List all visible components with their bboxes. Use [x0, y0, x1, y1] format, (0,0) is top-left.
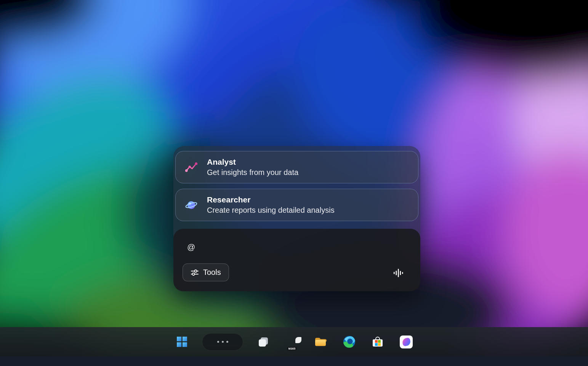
m365-badge: M365 [287, 347, 297, 350]
voice-input-button[interactable] [391, 265, 406, 281]
edge-browser-button[interactable] [341, 333, 357, 351]
suggestion-text: Researcher Create reports using detailed… [207, 195, 335, 215]
suggestion-researcher[interactable]: Researcher Create reports using detailed… [175, 189, 418, 221]
edge-icon [343, 336, 356, 348]
taskbar-lower-strip [0, 356, 588, 366]
prompt-input[interactable]: @ Tools [173, 229, 420, 291]
prompt-input-value: @ [187, 242, 195, 252]
taskbar: M365 [0, 327, 588, 356]
suggestion-list: Analyst Get insights from your data [173, 146, 420, 221]
m365-copilot-button[interactable]: M365 [284, 333, 300, 351]
store-icon [372, 337, 383, 347]
folder-icon [314, 337, 327, 347]
copilot-ribbon-glyph [402, 337, 411, 347]
taskbar-search[interactable] [202, 333, 243, 351]
start-button[interactable] [173, 333, 190, 351]
task-view-icon [258, 336, 269, 348]
file-explorer-button[interactable] [312, 333, 329, 351]
copilot-prompt-panel: Analyst Get insights from your data [173, 146, 420, 291]
ms-logo-square-blue [375, 343, 378, 346]
ms-logo-square-yellow [378, 343, 381, 346]
microsoft-store-button[interactable] [369, 333, 386, 351]
task-view-button[interactable] [255, 333, 272, 351]
ellipsis-dot [217, 341, 219, 343]
sliders-icon [191, 268, 199, 277]
ellipsis-dot [226, 341, 228, 343]
tools-button[interactable]: Tools [183, 263, 229, 281]
ms-logo-square-green [378, 340, 381, 343]
windows-start-icon [177, 337, 187, 347]
suggestion-analyst[interactable]: Analyst Get insights from your data [175, 151, 418, 183]
m365-copilot-icon: M365 [285, 335, 299, 349]
desktop: Analyst Get insights from your data [0, 0, 588, 366]
copilot-app-button[interactable] [398, 333, 415, 351]
store-bag-body [373, 339, 383, 347]
tools-button-label: Tools [203, 268, 221, 277]
suggestion-text: Analyst Get insights from your data [207, 157, 298, 177]
copilot-app-icon [400, 336, 413, 348]
ms-logo-square-red [375, 340, 378, 343]
waveform-icon [393, 268, 404, 278]
ellipsis-dot [222, 341, 224, 343]
analyst-chart-icon [185, 161, 197, 173]
suggestion-title: Researcher [207, 195, 335, 205]
suggestion-subtitle: Get insights from your data [207, 168, 298, 177]
researcher-planet-icon [185, 199, 197, 211]
suggestion-subtitle: Create reports using detailed analysis [207, 205, 335, 215]
suggestion-title: Analyst [207, 157, 298, 167]
